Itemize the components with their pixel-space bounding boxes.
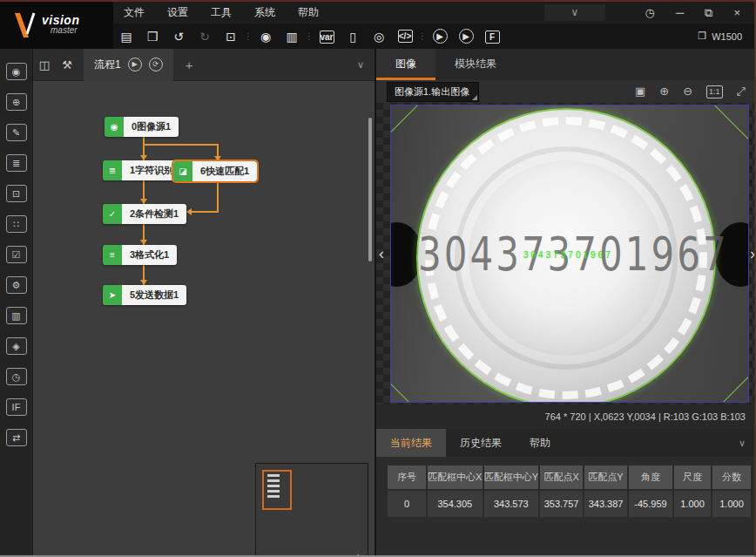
node-char-recognition-icon: ≣ [103, 160, 122, 180]
result-image-panel: 图像 模块结果 图像源1.输出图像 ▣ ⊕ ⊖ 1:1 ⤢ ‹ › [375, 49, 756, 555]
node-image-source[interactable]: ◉ 0图像源1 [105, 117, 179, 137]
fullscreen-icon[interactable]: ⤢ [737, 85, 746, 98]
minimap-node [267, 495, 280, 498]
node-label: 3格式化1 [122, 245, 177, 265]
acquisition-camera-icon[interactable]: ◉ [6, 63, 27, 80]
fit-window-icon[interactable]: ▣ [635, 85, 645, 98]
col-point-x: 匹配点X [540, 465, 583, 489]
location-target-icon[interactable]: ⊕ [6, 93, 27, 111]
restore-button[interactable]: ⧉ [705, 6, 712, 20]
compare-check-icon[interactable]: ☑ [6, 246, 27, 263]
image-status-bar: 764 * 720 | X,0623 Y,0034 | R:103 G:103 … [376, 404, 756, 429]
format-f-icon[interactable]: F [479, 29, 505, 44]
node-label: 0图像源1 [124, 117, 179, 137]
tab-current-result[interactable]: 当前结果 [376, 429, 446, 457]
app-logo: vision master [0, 2, 113, 49]
col-index: 序号 [388, 465, 426, 489]
measure-focus-icon[interactable]: ⊡ [6, 185, 27, 202]
image-edit-icon[interactable]: ✎ [6, 124, 27, 141]
match-annotation-text: 304373701967 [523, 250, 689, 260]
flow-list-icon[interactable]: ◫ [33, 58, 56, 71]
cell-index: 0 [388, 491, 426, 517]
encrypt-lock-icon[interactable]: ⊡ [218, 30, 244, 44]
run-continuous-icon[interactable]: ▶ [453, 29, 479, 44]
minimap-resize-icon[interactable]: ⇘ [355, 551, 364, 555]
flow-tab-label: 流程1 [94, 58, 121, 72]
close-button[interactable]: × [733, 6, 740, 19]
menu-help[interactable]: 帮助 [298, 5, 319, 20]
project-folder-icon: ❒ [698, 31, 706, 42]
add-flow-button[interactable]: + [186, 58, 193, 72]
cell-scale: 1.000 [674, 491, 711, 517]
global-script-icon[interactable]: </> [392, 30, 418, 43]
col-box-center-y: 匹配框中心Y [484, 465, 539, 489]
histogram-icon[interactable]: ▥ [6, 307, 27, 324]
menu-settings[interactable]: 设置 [167, 5, 188, 20]
camera-image[interactable]: 304373701967 304373701967 [390, 105, 749, 403]
tab-help[interactable]: 帮助 [516, 429, 564, 457]
edge-match-to-cond [190, 211, 219, 213]
module-icon[interactable]: ▯ [340, 30, 366, 44]
result-collapse-chevron-icon[interactable]: ∨ [739, 429, 746, 457]
node-format-icon: ≡ [103, 245, 122, 265]
timing-clock-icon[interactable]: ◷ [6, 368, 27, 385]
calibration-icon[interactable]: ◈ [6, 337, 27, 355]
flow-run-loop-icon[interactable]: ⟳ [149, 58, 163, 71]
tab-history-result[interactable]: 历史结果 [446, 429, 516, 457]
table-row[interactable]: 0 354.305 343.573 353.757 343.387 -45.95… [388, 491, 751, 517]
edge-match-down [217, 183, 219, 213]
tab-module-result[interactable]: 模块结果 [435, 49, 516, 80]
zoom-in-icon[interactable]: ⊕ [659, 85, 669, 98]
toolbox-sidebar: ◉ ⊕ ✎ ≣ ⊡ ∷ ☑ ⚙ ▥ ◈ ◷ IF ⇄ [0, 49, 33, 555]
open-icon[interactable]: ❒ [139, 30, 165, 44]
prev-image-chevron[interactable]: ‹ [379, 245, 384, 263]
minimap-viewport[interactable] [262, 470, 292, 510]
toolbar-separator: ⋮ [244, 31, 253, 41]
node-send-data[interactable]: ➤ 5发送数据1 [103, 285, 186, 305]
image-source-select[interactable]: 图像源1.输出图像 [387, 82, 479, 102]
next-image-chevron[interactable]: › [750, 245, 755, 263]
result-tabbar: 当前结果 历史结果 帮助 ∨ [376, 429, 756, 457]
node-condition-check[interactable]: ✓ 2条件检测1 [103, 204, 186, 224]
node-fast-match[interactable]: ◪ 6快速匹配1 [173, 161, 257, 181]
minimize-button[interactable]: ─ [676, 6, 684, 19]
toolbar-separator: ⋮ [305, 31, 314, 41]
menu-file[interactable]: 文件 [124, 5, 145, 20]
flow-run-once-icon[interactable]: ▶ [128, 58, 142, 71]
col-point-y: 匹配点Y [584, 465, 627, 489]
flow-minimap[interactable]: ⇘ [255, 463, 368, 555]
global-trigger-icon[interactable]: ◎ [366, 30, 392, 44]
scatter-points-icon[interactable]: ∷ [6, 215, 27, 233]
run-once-icon[interactable]: ▶ [427, 29, 453, 44]
zoom-out-icon[interactable]: ⊖ [683, 85, 692, 98]
logo-v-icon [12, 11, 38, 39]
node-image-source-icon: ◉ [105, 117, 124, 137]
actual-size-icon[interactable]: 1:1 [706, 85, 723, 98]
data-exchange-icon[interactable]: ⇄ [6, 429, 27, 446]
flow-collapse-chevron-icon[interactable]: ∨ [357, 59, 364, 71]
camera-manager-icon[interactable]: ◉ [253, 30, 279, 44]
if-logic-icon[interactable]: IF [6, 398, 27, 416]
col-score: 分数 [712, 465, 751, 489]
minimap-node [267, 474, 280, 477]
global-variable-icon[interactable]: var [314, 29, 340, 44]
redo-icon[interactable]: ↻ [192, 30, 218, 44]
save-icon[interactable]: ▤ [113, 30, 139, 44]
image-viewer[interactable]: ‹ › 304373701967 304373701967 [376, 103, 756, 404]
undo-icon[interactable]: ↺ [165, 30, 192, 44]
flow-vertical-scrollbar[interactable] [368, 118, 372, 262]
minimap-node [267, 479, 280, 482]
flow-canvas[interactable]: ◉ 0图像源1 ≣ 1字符识别1 ◪ 6快速匹配1 ✓ 2条件检测1 ≡ 3格式… [33, 81, 375, 555]
logo-text-vision: vision [42, 15, 79, 25]
titlebar-collapse-chevron-icon[interactable]: ∨ [544, 4, 605, 21]
flow-settings-wrench-icon[interactable]: ⚒ [56, 58, 78, 71]
recognition-ocr-icon[interactable]: ≣ [6, 154, 27, 172]
communication-icon[interactable]: ▥ [279, 30, 305, 44]
tab-image[interactable]: 图像 [376, 49, 435, 80]
image-settings-gear-icon[interactable]: ⚙ [6, 276, 27, 294]
performance-monitor-icon[interactable]: ◷ [645, 6, 655, 19]
menu-system[interactable]: 系统 [254, 5, 275, 20]
menu-tools[interactable]: 工具 [211, 5, 232, 20]
node-format[interactable]: ≡ 3格式化1 [103, 245, 177, 265]
flow-tab-process1[interactable]: 流程1 ▶ ⟳ [84, 49, 173, 81]
